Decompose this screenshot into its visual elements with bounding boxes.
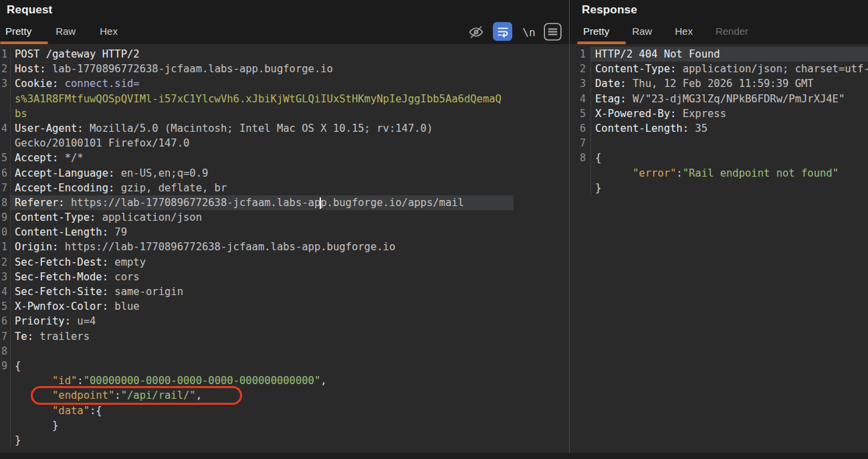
line-number: 8 <box>0 195 11 210</box>
request-tab-pretty[interactable]: Pretty <box>5 25 31 37</box>
line-number: 4 <box>0 121 11 136</box>
code-line-text: Content-Type: application/json; charset=… <box>591 62 868 76</box>
code-line-text: Gecko/20100101 Firefox/147.0 <box>11 136 514 151</box>
request-editor[interactable]: 1POST /gateway HTTP/22Host: lab-17708967… <box>0 44 569 453</box>
code-line[interactable]: } <box>0 418 569 433</box>
line-number: 5 <box>0 151 11 165</box>
code-line[interactable]: "data":{ <box>0 403 569 418</box>
active-tab-underline <box>0 41 48 44</box>
response-tab-render: Render <box>716 25 748 37</box>
code-line[interactable]: 1Origin: https://lab-1770896772638-jcfaa… <box>0 240 569 254</box>
code-line[interactable]: "id":"00000000-0000-0000-0000-0000000000… <box>0 373 569 388</box>
line-number <box>0 403 11 418</box>
code-line[interactable]: 6Accept-Language: en-US,en;q=0.9 <box>0 166 569 181</box>
line-number <box>0 418 11 433</box>
code-line[interactable]: 9Content-Type: application/json <box>0 210 569 225</box>
word-wrap-toggle-icon[interactable] <box>493 22 512 41</box>
editor-menu-icon[interactable] <box>543 22 562 41</box>
code-line[interactable]: Gecko/20100101 Firefox/147.0 <box>0 136 569 151</box>
line-number <box>0 388 11 403</box>
code-line[interactable]: } <box>0 433 569 448</box>
response-editor[interactable]: 1HTTP/2 404 Not Found2Content-Type: appl… <box>570 44 868 453</box>
line-number: 3 <box>570 76 591 91</box>
code-line[interactable]: 9{ <box>0 359 569 373</box>
code-line-text <box>11 344 514 359</box>
code-line[interactable]: 4Etag: W/"23-djMG3lZq/NPkB6FDRw/PmJrXJ4E… <box>570 92 868 106</box>
code-line[interactable]: } <box>570 181 868 195</box>
code-line-text: } <box>11 418 514 433</box>
code-line[interactable]: 4User-Agent: Mozilla/5.0 (Macintosh; Int… <box>0 121 569 136</box>
code-line[interactable]: s%3A1R8FMtfuwQOSpQVIMl-i57xC1YlcwVh6.xJb… <box>0 92 569 106</box>
line-number: 7 <box>570 136 591 151</box>
code-line[interactable]: 3Sec-Fetch-Mode: cors <box>0 270 569 284</box>
code-line[interactable]: 6Priority: u=4 <box>0 314 569 329</box>
response-tab-hex[interactable]: Hex <box>675 25 693 37</box>
request-panel: Request PrettyRawHex \n 1POS <box>0 0 569 453</box>
request-tab-bar: PrettyRawHex <box>5 25 118 37</box>
code-line[interactable]: bs <box>0 106 569 121</box>
code-line[interactable]: 5X-Pwnfox-Color: blue <box>0 299 569 314</box>
line-number: 5 <box>0 299 11 314</box>
code-line[interactable]: 1POST /gateway HTTP/2 <box>0 47 569 62</box>
code-line[interactable]: 2Content-Type: application/json; charset… <box>570 62 868 76</box>
code-line[interactable]: 5Accept: */* <box>0 151 569 165</box>
code-line[interactable]: 1HTTP/2 404 Not Found <box>570 47 868 62</box>
code-line-text: { <box>591 151 868 165</box>
request-tab-raw[interactable]: Raw <box>56 25 76 37</box>
code-line-text: Accept: */* <box>11 151 514 165</box>
code-line[interactable]: 8{ <box>570 151 868 165</box>
newline-toggle-icon[interactable]: \n <box>519 24 539 40</box>
active-tab-underline <box>577 41 626 44</box>
response-tab-raw[interactable]: Raw <box>632 25 652 37</box>
code-line-text: Date: Thu, 12 Feb 2026 11:59:39 GMT <box>591 76 868 91</box>
line-number: 3 <box>0 76 11 91</box>
code-line[interactable]: 5X-Powered-By: Express <box>570 106 868 121</box>
code-line-text: Accept-Encoding: gzip, deflate, br <box>11 181 514 195</box>
code-line-text: X-Powered-By: Express <box>591 106 868 121</box>
code-line[interactable]: 4Sec-Fetch-Site: same-origin <box>0 284 569 299</box>
response-panel-header: Response PrettyRawHexRender <box>570 0 868 44</box>
code-line-text: Priority: u=4 <box>11 314 514 329</box>
code-line[interactable]: 2Host: lab-1770896772638-jcfaam.labs-app… <box>0 62 569 76</box>
code-line-text: Sec-Fetch-Site: same-origin <box>11 284 514 299</box>
code-line[interactable]: "endpoint":"/api/rail/", <box>0 388 569 403</box>
code-line-text: } <box>591 181 868 195</box>
line-number: 9 <box>0 210 11 225</box>
code-line-text: HTTP/2 404 Not Found <box>591 47 868 62</box>
line-number <box>0 136 11 151</box>
request-panel-title: Request <box>7 3 52 17</box>
line-number: 2 <box>0 255 11 270</box>
hide-eye-icon[interactable] <box>467 23 485 41</box>
code-line[interactable]: 3Date: Thu, 12 Feb 2026 11:59:39 GMT <box>570 76 868 91</box>
line-number: 8 <box>0 344 11 359</box>
code-line-text: bs <box>11 106 514 121</box>
line-number <box>570 166 591 181</box>
code-line[interactable]: 7Accept-Encoding: gzip, deflate, br <box>0 181 569 195</box>
code-line-text: Cookie: connect.sid= <box>11 76 514 91</box>
code-line-text: "error":"Rail endpoint not found" <box>591 166 868 181</box>
response-panel-title: Response <box>582 3 637 17</box>
code-line[interactable]: 8 <box>0 344 569 359</box>
code-line[interactable]: 8Referer: https://lab-1770896772638-jcfa… <box>0 195 569 210</box>
request-panel-header: Request PrettyRawHex \n <box>0 0 569 44</box>
code-line[interactable]: 3Cookie: connect.sid= <box>0 76 569 91</box>
line-number: 1 <box>0 240 11 254</box>
response-tab-pretty[interactable]: Pretty <box>583 25 609 37</box>
code-line[interactable]: 6Content-Length: 35 <box>570 121 868 136</box>
request-tab-hex[interactable]: Hex <box>100 25 118 37</box>
code-line[interactable]: 7 <box>570 136 868 151</box>
code-line-text: Accept-Language: en-US,en;q=0.9 <box>11 166 514 181</box>
code-line[interactable]: 7Te: trailers <box>0 329 569 344</box>
code-line-text: "endpoint":"/api/rail/", <box>11 388 514 403</box>
code-line[interactable]: 0Content-Length: 79 <box>0 225 569 240</box>
line-number <box>0 106 11 121</box>
horizontal-scrollbar-track[interactable] <box>0 453 868 459</box>
code-line[interactable]: "error":"Rail endpoint not found" <box>570 166 868 181</box>
code-line-text: Sec-Fetch-Mode: cors <box>11 270 514 284</box>
line-number: 4 <box>570 92 591 106</box>
code-line-text: Content-Length: 79 <box>11 225 514 240</box>
code-line-text: Etag: W/"23-djMG3lZq/NPkB6FDRw/PmJrXJ4E" <box>591 92 868 106</box>
line-number: 2 <box>570 62 591 76</box>
code-line-text: User-Agent: Mozilla/5.0 (Macintosh; Inte… <box>11 121 514 136</box>
code-line[interactable]: 2Sec-Fetch-Dest: empty <box>0 255 569 270</box>
